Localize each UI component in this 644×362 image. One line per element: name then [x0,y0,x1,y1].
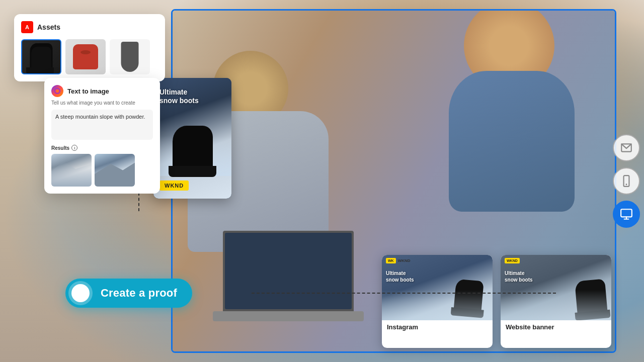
tti-title: Text to image [67,87,109,95]
svg-point-0 [54,88,60,94]
asset-jacket[interactable] [65,39,106,74]
laptop-screen [223,231,354,311]
instagram-snow [382,290,493,320]
instagram-card-header: WK WKND [382,255,493,263]
pants-shape [121,42,139,72]
ad-boot-image [173,126,213,171]
device-icons-group [613,134,640,228]
text-to-image-panel: Text to image Tell us what image you wan… [44,78,160,194]
instagram-card-image: WK WKND Ultimate snow boots [382,255,493,320]
banner-label: Website banner [501,320,611,334]
jacket-shape [73,44,98,69]
output-card-instagram[interactable]: WK WKND Ultimate snow boots Instagram [382,255,493,348]
proof-toggle-circle [71,284,90,302]
instagram-wknd-text: WKND [398,258,411,263]
banner-snow [501,290,611,320]
tti-input-display: A steep mountain slope with powder. [51,110,153,140]
adobe-logo-letter: A [25,24,29,30]
ad-card-text: Ultimate snow boots [159,88,199,105]
tti-header: Text to image [51,85,153,97]
ad-text-line2: snow boots [159,97,199,105]
laptop-base [213,311,364,321]
assets-panel: A Assets [14,14,165,81]
svg-text:i: i [74,146,75,150]
person-right [439,9,600,212]
mobile-icon-button[interactable] [613,167,640,195]
proof-btn-inner[interactable]: Create a proof [65,279,192,308]
tti-results-grid [51,154,153,187]
svg-rect-6 [621,209,632,217]
assets-thumbnails [21,39,158,74]
desktop-icon [620,208,633,221]
banner-card-header: WKND [501,255,611,263]
banner-card-text: Ultimate snow boots [505,270,533,283]
desktop-icon-button[interactable] [613,201,640,228]
email-icon [620,141,633,154]
instagram-wk-badge: WK [386,258,396,263]
proof-toggle[interactable] [68,281,93,305]
info-icon: i [71,145,77,151]
create-proof-button[interactable]: Create a proof [65,279,192,308]
tti-subtitle: Tell us what image you want to create [51,100,153,106]
ad-card: Ultimate snow boots WKND [153,78,231,199]
output-cards-container: WK WKND Ultimate snow boots Instagram WK… [382,255,611,348]
instagram-label: Instagram [382,320,493,334]
assets-header: A Assets [21,21,158,33]
tti-result-2[interactable] [95,154,135,187]
proof-label: Create a proof [101,287,177,300]
ad-card-background: Ultimate snow boots WKND [153,78,231,199]
banner-wknd-badge: WKND [505,258,520,263]
dashed-line-horizontal [252,293,556,294]
banner-card-image: WKND Ultimate snow boots [501,255,611,320]
ad-text-line1: Ultimate [159,88,187,96]
asset-pants[interactable] [110,39,150,74]
tti-result-1[interactable] [51,154,92,187]
assets-title: Assets [37,23,60,31]
firefly-logo [51,85,63,97]
mobile-icon [620,174,633,188]
instagram-card-text: Ultimate snow boots [386,270,414,283]
ad-wknd-badge: WKND [159,180,189,191]
output-card-banner[interactable]: WKND Ultimate snow boots Website banner [501,255,611,348]
tti-results-label: Results i [51,145,153,151]
asset-boot[interactable] [21,39,61,74]
adobe-logo: A [21,21,33,33]
email-icon-button[interactable] [613,134,640,161]
